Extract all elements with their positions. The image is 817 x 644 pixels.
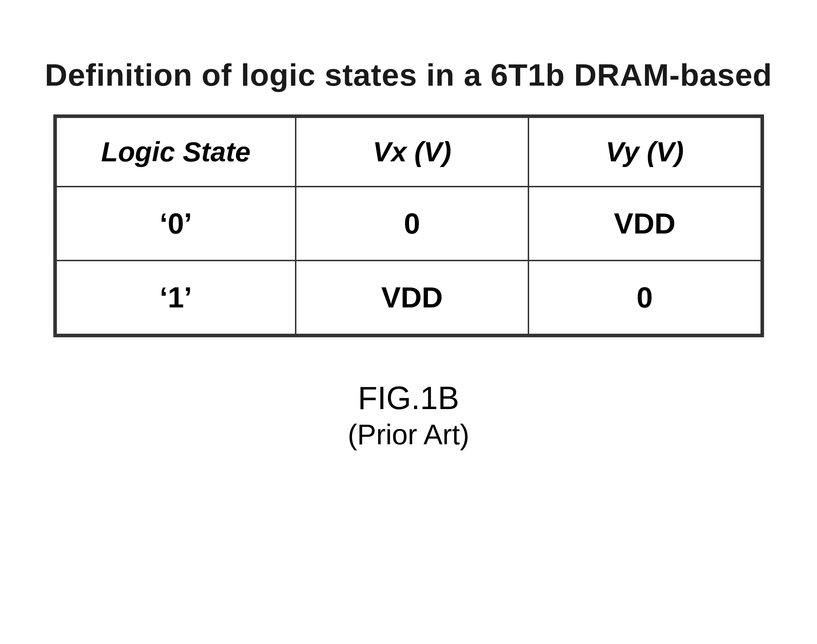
cell-vx-1: VDD: [296, 261, 529, 334]
figure-number: FIG.1B: [348, 380, 469, 417]
cell-vy-1: 0: [529, 261, 761, 334]
col-header-logic-state: Logic State: [56, 117, 296, 187]
page-container: Definition of logic states in a 6T1b DRA…: [0, 0, 817, 644]
table-header-row: Logic State Vx (V) Vy (V): [56, 117, 761, 187]
table-row: ‘0’ 0 VDD: [56, 187, 761, 261]
figure-label: FIG.1B (Prior Art): [348, 380, 469, 451]
cell-vy-0: VDD: [529, 187, 761, 261]
figure-caption: (Prior Art): [348, 418, 469, 451]
page-title: Definition of logic states in a 6T1b DRA…: [45, 57, 772, 93]
cell-logic-state-1: ‘1’: [56, 261, 296, 334]
col-header-vy: Vy (V): [529, 117, 761, 187]
logic-states-table-wrapper: Logic State Vx (V) Vy (V) ‘0’ 0 VDD ‘1’ …: [53, 115, 764, 337]
table-row: ‘1’ VDD 0: [56, 261, 761, 334]
logic-states-table: Logic State Vx (V) Vy (V) ‘0’ 0 VDD ‘1’ …: [55, 117, 762, 335]
cell-logic-state-0: ‘0’: [56, 187, 296, 261]
col-header-vx: Vx (V): [296, 117, 529, 187]
cell-vx-0: 0: [296, 187, 529, 261]
